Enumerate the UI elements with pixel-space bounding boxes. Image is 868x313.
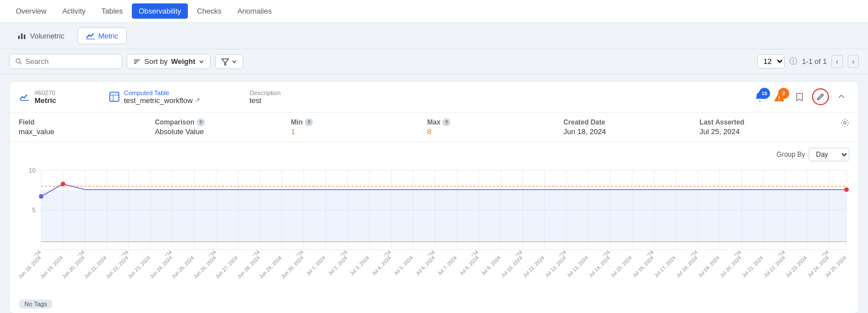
computed-label: Computed Table: [124, 89, 200, 96]
svg-text:Jul 23, 2024: Jul 23, 2024: [785, 255, 808, 278]
nav-tables[interactable]: Tables: [94, 3, 130, 19]
edit-button[interactable]: [812, 88, 829, 105]
svg-text:Jun 19, 2024: Jun 19, 2024: [39, 255, 64, 280]
svg-text:Jun 28, 2024: Jun 28, 2024: [368, 249, 393, 255]
svg-text:Jul 1, 2024: Jul 1, 2024: [502, 249, 523, 255]
external-link-icon[interactable]: ↗: [195, 96, 200, 104]
svg-text:Jun 18, 2024: Jun 18, 2024: [19, 255, 42, 280]
toolbar: Sort by Weight 12 25 50 ⓘ 1-1 of 1 ‹ ›: [0, 49, 868, 74]
notification-count: 15: [759, 88, 770, 99]
svg-text:Jun 29, 2024: Jun 29, 2024: [411, 249, 436, 255]
table-icon: [109, 92, 119, 102]
max-value: 8: [427, 127, 564, 136]
svg-text:Jun 30, 2024: Jun 30, 2024: [455, 249, 480, 255]
sort-button[interactable]: Sort by Weight: [127, 54, 210, 69]
svg-point-64: [61, 182, 65, 186]
svg-text:Jul 25, 2024: Jul 25, 2024: [806, 249, 830, 255]
svg-text:Jul 4, 2024: Jul 4, 2024: [633, 249, 655, 255]
table-name: test_metric_workflow: [124, 96, 192, 105]
metric-chart-svg: 10 5 /* rendered below */: [19, 165, 849, 255]
card-desc-section: Description test: [250, 89, 745, 105]
svg-text:Jul 22, 2024: Jul 22, 2024: [763, 255, 786, 278]
pagination-area: 12 25 50 ⓘ 1-1 of 1 ‹ ›: [757, 54, 859, 68]
last-asserted-col: Last Asserted Jul 25, 2024: [699, 118, 836, 136]
metric-card: #60270 Metric Computed Table test_metric…: [9, 81, 859, 313]
svg-rect-11: [110, 92, 119, 101]
svg-text:Jul 7, 2024: Jul 7, 2024: [436, 255, 458, 277]
svg-text:Jul 20, 2024: Jul 20, 2024: [719, 255, 742, 278]
page-size-select[interactable]: 12 25 50: [757, 54, 785, 68]
last-asserted-label: Last Asserted: [699, 118, 836, 126]
subnav-volumetric-label: Volumetric: [30, 32, 65, 40]
svg-marker-9: [222, 59, 229, 65]
svg-text:Jun 27, 2024: Jun 27, 2024: [324, 249, 349, 255]
comparison-col: Comparison ? Absolute Value: [155, 118, 291, 136]
settings-col: [836, 118, 849, 127]
nav-overview[interactable]: Overview: [9, 3, 53, 19]
sort-value: Weight: [171, 57, 195, 66]
filter-chevron-icon: [231, 59, 237, 65]
svg-line-5: [20, 62, 22, 64]
nav-checks[interactable]: Checks: [190, 3, 228, 19]
card-id-section: #60270 Metric: [19, 89, 87, 105]
chart-line-icon: [86, 31, 95, 40]
svg-text:Jul 16, 2024: Jul 16, 2024: [631, 255, 655, 278]
min-value: 1: [291, 127, 427, 136]
max-label: Max ?: [427, 118, 564, 126]
nav-observability[interactable]: Observability: [132, 3, 188, 19]
last-asserted-value: Jul 25, 2024: [699, 127, 836, 136]
collapse-button[interactable]: [833, 89, 849, 105]
field-col: Field max_value: [19, 118, 155, 136]
card-id: #60270: [35, 89, 56, 96]
svg-text:Jun 25, 2024: Jun 25, 2024: [170, 255, 195, 280]
next-page-button[interactable]: ›: [848, 55, 859, 68]
svg-text:Jun 24, 2024: Jun 24, 2024: [192, 249, 217, 255]
description-label: Description: [250, 89, 745, 96]
svg-text:Jul 13, 2024: Jul 13, 2024: [566, 255, 589, 278]
edit-icon: [817, 93, 824, 101]
svg-text:Jun 26, 2024: Jun 26, 2024: [280, 249, 305, 255]
svg-text:10: 10: [29, 167, 36, 174]
notifications-badge-wrapper: 15: [754, 91, 766, 102]
chevron-up-icon: [837, 93, 845, 101]
x-axis-labels: Jun 18, 2024 Jun 19, 2024 Jun 20, 2024 J…: [19, 255, 849, 295]
metric-chart-icon: [19, 91, 30, 102]
svg-point-16: [844, 122, 846, 124]
svg-text:Jul 10, 2024: Jul 10, 2024: [500, 255, 523, 278]
subnav-metric[interactable]: Metric: [78, 27, 127, 44]
nav-anomalies[interactable]: Anomalies: [230, 3, 278, 19]
svg-text:Jul 3, 2024: Jul 3, 2024: [590, 249, 611, 255]
group-by-select[interactable]: Day Hour Week Month: [809, 148, 849, 161]
svg-text:Jun 28, 2024: Jun 28, 2024: [236, 255, 261, 280]
svg-text:Jul 2, 2024: Jul 2, 2024: [327, 255, 349, 277]
max-col: Max ? 8: [427, 118, 564, 136]
filter-icon: [221, 58, 229, 66]
top-nav: Overview Activity Tables Observability C…: [0, 0, 868, 23]
min-label: Min ?: [291, 118, 427, 126]
subnav-volumetric[interactable]: Volumetric: [9, 27, 73, 44]
svg-rect-1: [21, 33, 23, 39]
created-value: Jun 18, 2024: [564, 127, 700, 136]
card-actions: 15 2: [754, 88, 849, 105]
bookmark-icon: [795, 92, 804, 101]
svg-rect-0: [18, 36, 20, 39]
svg-text:Jun 20, 2024: Jun 20, 2024: [61, 255, 86, 280]
svg-marker-24: [41, 190, 846, 242]
filter-button[interactable]: [215, 54, 243, 69]
chart-container: Group By Day Hour Week Month 10 5: [10, 142, 858, 295]
svg-text:Jun 23, 2024: Jun 23, 2024: [149, 249, 174, 255]
svg-text:Jul 2, 2024: Jul 2, 2024: [546, 249, 568, 255]
no-tags-badge: No Tags: [19, 299, 53, 308]
svg-text:Jun 23, 2024: Jun 23, 2024: [127, 255, 152, 280]
svg-text:Jun 25, 2024: Jun 25, 2024: [236, 249, 261, 255]
min-help-icon: ?: [305, 118, 313, 126]
search-icon: [15, 58, 22, 65]
field-value: max_value: [19, 127, 155, 136]
nav-activity[interactable]: Activity: [55, 3, 92, 19]
settings-icon[interactable]: [840, 118, 849, 127]
search-input[interactable]: [25, 57, 116, 66]
bookmark-button[interactable]: [792, 89, 807, 105]
prev-page-button[interactable]: ‹: [831, 55, 843, 68]
sort-icon: [133, 58, 141, 66]
field-label: Field: [19, 118, 155, 126]
